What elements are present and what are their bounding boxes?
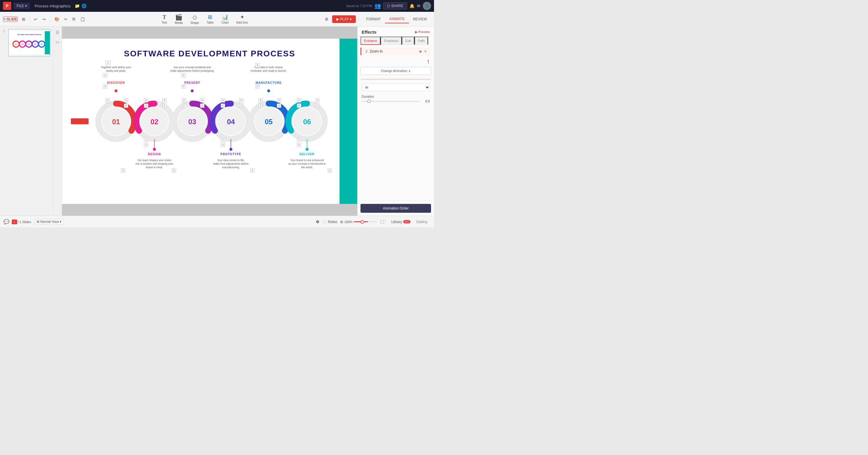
emphasis-tab[interactable]: Emphasis xyxy=(380,37,402,45)
svg-text:SOFTWARE DEVELOPMENT PROCESS: SOFTWARE DEVELOPMENT PROCESS xyxy=(124,49,295,58)
review-tab[interactable]: REVIEW xyxy=(409,15,431,23)
library-tab[interactable]: Library New xyxy=(388,219,413,225)
svg-text:2: 2 xyxy=(107,99,108,101)
notes-button[interactable]: 📄 Notes xyxy=(322,220,337,224)
svg-text:2: 2 xyxy=(299,104,300,106)
svg-text:2: 2 xyxy=(104,85,106,87)
chat-button[interactable]: 💬 xyxy=(4,219,9,225)
format-tab[interactable]: FORMAT xyxy=(362,15,385,23)
main-area: 1 SOFTWARE DEVELOPMENT PROCESS 01 02 03 xyxy=(0,27,434,216)
svg-text:reviewed, and ready to launch.: reviewed, and ready to launch. xyxy=(251,69,287,72)
play-button[interactable]: ▶ PLAY ▾ xyxy=(332,15,356,23)
addons-label: Add-Ons xyxy=(236,21,248,24)
direction-select-row: In Out In and Out xyxy=(358,82,434,93)
entrance-tab[interactable]: Entrance xyxy=(361,37,380,45)
mail-icon[interactable]: ✉ xyxy=(417,4,421,8)
media-tool[interactable]: 🎬 Media xyxy=(171,12,186,26)
bottom-bar: 💬 1 / 1 Slides ⊞ Normal View ▾ ⚙ 📄 Notes… xyxy=(0,216,434,228)
svg-text:Your brand is now enhanced: Your brand is now enhanced xyxy=(290,159,324,162)
svg-text:2: 2 xyxy=(299,138,300,140)
change-animation-button[interactable]: Change Animation ∨ xyxy=(361,67,431,75)
svg-text:2: 2 xyxy=(299,144,300,146)
svg-text:2: 2 xyxy=(222,104,223,106)
svg-text:2: 2 xyxy=(222,99,223,101)
animation-remove-button[interactable]: ✕ xyxy=(424,49,427,54)
svg-point-119 xyxy=(229,148,232,151)
paste-button[interactable]: 📋 xyxy=(78,15,87,23)
zoom-controls: ⊞ 100% xyxy=(340,220,377,224)
svg-text:needs and goals.: needs and goals. xyxy=(106,69,126,72)
slide-number: 1 xyxy=(3,30,5,33)
svg-text:2: 2 xyxy=(329,169,330,171)
copy-button[interactable]: ⧉ xyxy=(70,15,77,23)
slide-thumbnail-container[interactable]: 1 SOFTWARE DEVELOPMENT PROCESS 01 02 03 xyxy=(8,29,51,58)
play-chevron: ▾ xyxy=(350,17,352,21)
format-painter-button[interactable]: 🎨 xyxy=(53,15,61,23)
view-selector[interactable]: ⊞ Normal View ▾ xyxy=(34,219,64,225)
shape-tool[interactable]: ◇ Shape xyxy=(187,12,203,26)
undo-button[interactable]: ↩ xyxy=(32,15,39,23)
cut-button[interactable]: ✂ xyxy=(62,15,69,23)
svg-text:2: 2 xyxy=(252,169,253,171)
view-mode-button[interactable]: ⊞ Normal View ▾ xyxy=(34,219,64,225)
svg-text:2: 2 xyxy=(146,144,147,146)
text-label: Text xyxy=(161,21,167,24)
settings-bottom-button[interactable]: ⚙ xyxy=(316,220,319,224)
collab-icon[interactable]: 👥 xyxy=(374,3,381,9)
notification-icon[interactable]: 🔔 xyxy=(409,4,414,8)
zoom-percent: 100% xyxy=(344,220,352,224)
direction-select[interactable]: In Out In and Out xyxy=(362,84,430,91)
globe-icon[interactable]: 🌐 xyxy=(82,4,87,8)
grid-view-button[interactable]: ⊞ xyxy=(20,15,27,23)
animation-item: 2 Zoom In ▶ ✕ xyxy=(361,47,431,55)
svg-text:2: 2 xyxy=(260,99,261,101)
exit-tab[interactable]: Exit xyxy=(402,37,414,45)
zoom-slider[interactable] xyxy=(354,221,377,222)
svg-point-129 xyxy=(306,148,309,151)
settings-icon[interactable]: ⚙ xyxy=(323,15,330,23)
addons-icon: ✦ xyxy=(240,14,244,20)
svg-text:Our team shapes your vision: Our team shapes your vision xyxy=(137,159,172,162)
redo-button[interactable]: ↪ xyxy=(40,15,48,23)
svg-text:2: 2 xyxy=(278,104,280,106)
svg-text:Make final adjustments before: Make final adjustments before xyxy=(213,162,249,165)
effects-tabs: Entrance Emphasis Exit Path xyxy=(358,37,434,45)
folder-icon[interactable]: 📁 xyxy=(75,4,80,8)
svg-text:2: 2 xyxy=(222,144,223,146)
addons-tool[interactable]: ✦ Add-Ons xyxy=(232,13,251,25)
slide-canvas: SOFTWARE DEVELOPMENT PROCESS 1 Together … xyxy=(62,39,357,204)
add-slide-button[interactable]: + SLIDE xyxy=(3,17,18,22)
duration-slider[interactable] xyxy=(362,101,420,102)
svg-text:2: 2 xyxy=(123,169,124,171)
fullscreen-button[interactable]: ⛶ xyxy=(380,220,384,224)
svg-text:2: 2 xyxy=(146,104,147,106)
left-tool-1[interactable]: ☰ xyxy=(54,29,61,36)
shape-label: Shape xyxy=(190,21,199,25)
share-button[interactable]: ⟨⟩ SHARE xyxy=(383,2,407,9)
svg-text:2: 2 xyxy=(317,104,318,106)
user-avatar[interactable]: 👤 xyxy=(423,2,431,10)
gallery-tab[interactable]: Gallery xyxy=(413,219,430,225)
left-tool-2[interactable]: ▭ xyxy=(54,38,61,45)
slide-thumbnail[interactable]: SOFTWARE DEVELOPMENT PROCESS 01 02 03 04… xyxy=(8,29,51,57)
animation-play-button[interactable]: ▶ xyxy=(420,49,422,54)
svg-text:01: 01 xyxy=(112,118,120,126)
table-tool[interactable]: ⊞ Table xyxy=(203,13,217,25)
chart-label: Chart xyxy=(221,21,228,24)
chart-tool[interactable]: 📊 Chart xyxy=(218,13,232,25)
path-tab[interactable]: Path xyxy=(414,37,428,45)
animation-order-button[interactable]: Animation Order xyxy=(361,204,431,213)
top-bar: P FILE ▾ Process Infographics 📁 🌐 Saved … xyxy=(0,0,434,12)
svg-text:2: 2 xyxy=(278,99,280,101)
text-tool[interactable]: T Text xyxy=(158,13,170,25)
canvas-area[interactable]: SOFTWARE DEVELOPMENT PROCESS 1 Together … xyxy=(62,27,357,216)
file-menu-button[interactable]: FILE ▾ xyxy=(13,3,30,9)
preview-button[interactable]: ▶ Preview xyxy=(415,30,430,34)
svg-text:2: 2 xyxy=(257,64,258,66)
animate-tab[interactable]: ANIMATE xyxy=(385,15,409,23)
slide-panel: 1 SOFTWARE DEVELOPMENT PROCESS 01 02 03 xyxy=(0,27,53,216)
slide-content-svg: SOFTWARE DEVELOPMENT PROCESS 1 Together … xyxy=(62,39,357,204)
svg-text:2: 2 xyxy=(257,85,258,87)
svg-text:04: 04 xyxy=(227,118,235,126)
svg-point-40 xyxy=(267,89,270,92)
